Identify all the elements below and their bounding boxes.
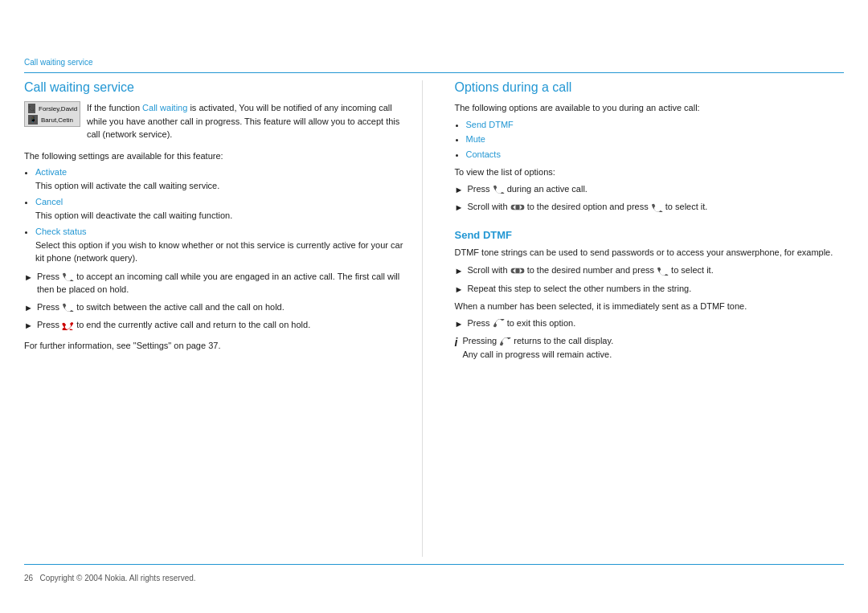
device-icon2: 📱 [28,115,38,125]
mute-link[interactable]: Mute [466,134,485,144]
page-number: 26 [24,574,33,582]
call-icon-5 [657,267,669,276]
activate-link[interactable]: Activate [35,167,67,177]
dtmf-when-selected: When a number has been selected, it is i… [455,300,845,313]
bottom-rule [24,564,844,565]
device-screenshot: 📞 Forsley,David 📱 Barut,Cetin [24,101,80,127]
cancel-link[interactable]: Cancel [35,197,63,206]
device-screen-row1: Forsley,David [39,105,77,112]
svg-rect-0 [510,205,524,210]
setting-activate: Activate This option will activate the c… [35,166,414,192]
call-waiting-link[interactable]: Call waiting [142,103,187,112]
left-section-title: Call waiting service [24,80,414,95]
call-icon-3 [493,185,505,194]
scroll-icon-1 [510,202,525,212]
arrow-item-2: ► Press to switch between the active cal… [24,300,414,315]
send-dtmf-link[interactable]: Send DTMF [466,120,514,129]
dtmf-intro: DTMF tone strings can be used to send pa… [455,246,845,260]
dtmf-arrow-text-1: Scroll with to the desired number and pr… [467,264,713,277]
check-status-link[interactable]: Check status [35,227,87,236]
left-column: Call waiting service 📞 Forsley,David 📱 B… [24,80,423,557]
copyright: Copyright © 2004 Nokia. All rights reser… [39,574,195,582]
setting-cancel: Cancel This option will deactivate the c… [35,195,414,222]
right-column: Options during a call The following opti… [447,80,845,557]
arrow-item-3: ► Press to end the currently active call… [24,318,414,333]
view-arrow-marker-2: ► [455,201,464,215]
call-icon-4 [651,203,663,212]
dtmf-info-item: i Pressing returns to the call display.A… [455,334,845,361]
settings-intro: The following settings are available for… [24,149,414,163]
footer: 26 Copyright © 2004 Nokia. All rights re… [24,574,196,582]
view-arrow-text-2: Scroll with to the desired option and pr… [467,200,707,214]
dtmf-arrow-2: ► Repeat this step to select the other n… [455,282,845,296]
dtmf-arrow-marker-1: ► [455,264,464,278]
settings-list: Activate This option will activate the c… [35,166,414,265]
option-contacts: Contacts [466,148,845,161]
end-icon-1 [62,321,74,330]
intro-text: If the function Call waiting is activate… [87,101,414,141]
main-columns: Call waiting service 📞 Forsley,David 📱 B… [24,80,844,557]
view-arrow-text-1: Press during an active call. [467,182,588,196]
device-screen-row2: Barut,Cetin [41,116,73,124]
setting-check-status: Check status Select this option if you w… [35,225,414,265]
arrow-text-3: Press to end the currently active call a… [37,318,310,332]
svg-rect-3 [510,268,524,273]
check-status-desc: Select this option if you wish to know w… [35,240,403,264]
send-dtmf-title: Send DTMF [455,229,845,241]
dtmf-arrow-1: ► Scroll with to the desired number and … [455,264,845,278]
cancel-desc: This option will deactivate the call wai… [35,210,232,220]
arrow-marker-2: ► [24,301,33,315]
options-list: Send DTMF Mute Contacts [466,118,845,161]
call-icon-2 [62,303,74,312]
call-icon-1 [62,272,74,281]
page-container: Call waiting service Call waiting servic… [0,0,868,613]
dtmf-exit-marker: ► [455,317,464,331]
view-arrow-2: ► Scroll with to the desired option and … [455,200,845,215]
arrow-item-1: ► Press to accept an incoming call while… [24,270,414,296]
arrow-text-1: Press to accept an incoming call while y… [37,270,414,296]
arrow-marker-3: ► [24,319,33,333]
view-list-intro: To view the list of options: [455,166,845,179]
option-mute: Mute [466,133,845,146]
options-intro: The following options are available to y… [455,101,845,115]
end-icon-3 [499,337,511,346]
dtmf-arrow-text-2: Repeat this step to select the other num… [467,282,691,296]
dtmf-arrow-marker-2: ► [455,283,464,296]
dtmf-exit-text: Press to exit this option. [467,317,575,330]
activate-desc: This option will activate the call waiti… [35,181,219,190]
contacts-link[interactable]: Contacts [466,149,501,159]
view-arrow-1: ► Press during an active call. [455,182,845,197]
right-section-title: Options during a call [455,80,845,95]
scroll-icon-2 [510,266,525,276]
device-icon: 📞 [28,104,35,113]
view-arrow-marker-1: ► [455,183,464,197]
dtmf-info-text: Pressing returns to the call display.Any… [462,334,613,361]
option-send-dtmf: Send DTMF [466,118,845,132]
arrow-marker-1: ► [24,271,33,284]
info-icon: i [455,334,458,351]
arrow-text-2: Press to switch between the active call … [37,300,285,314]
breadcrumb: Call waiting service [24,58,93,67]
top-rule [24,72,844,73]
end-icon-2 [493,319,505,328]
dtmf-press-exit: ► Press to exit this option. [455,317,845,331]
further-info: For further information, see "Settings" … [24,339,414,353]
